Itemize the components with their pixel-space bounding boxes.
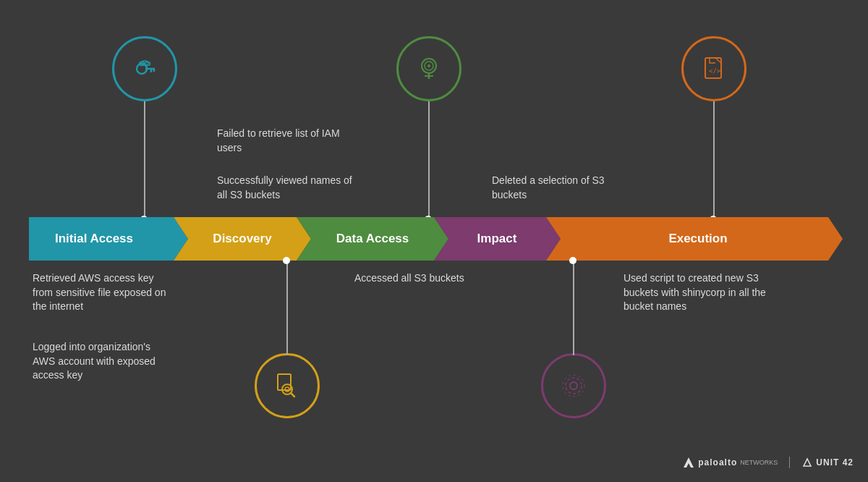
svg-line-27 [291,393,294,397]
dot-impact-bottom [569,257,576,264]
circle-discovery [255,353,320,418]
dot-discovery-bottom [283,257,290,264]
circle-execution: </> [681,36,746,101]
code-file-icon: </> [699,54,728,83]
annotation-data-access-below-1: Accessed all S3 buckets [354,271,470,286]
svg-text:Initial Access: Initial Access [55,232,133,245]
annotation-initial-access-below-2: Logged into organization's AWS account w… [33,340,170,383]
paloalto-logo: paloalto NETWORKS [682,456,778,469]
svg-point-29 [570,382,577,389]
svg-point-11 [427,64,430,67]
chevron-initial-access: Initial Access [29,217,188,263]
unit42-logo: UNIT 42 [789,457,854,468]
key-icon [130,54,159,83]
svg-point-30 [566,378,582,394]
annotation-discovery-above-2: Successfully viewed names of all S3 buck… [217,174,354,202]
search-document-icon [273,371,302,400]
chevron-data-access: Data Access [297,217,448,263]
chevron-execution: Execution [546,217,843,263]
annotation-execution-below-1: Used script to created new S3 buckets wi… [624,271,768,314]
svg-text:Discovery: Discovery [213,232,272,245]
chevron-discovery: Discovery [174,217,311,263]
annotation-discovery-above-1: Failed to retrieve list of IAM users [217,127,354,155]
annotation-impact-above-1: Deleted a selection of S3 buckets [492,174,626,202]
svg-text:Execution: Execution [668,232,727,245]
gear-settings-icon [559,371,588,400]
connector-initial-access-top [144,101,145,219]
connector-discovery-bottom [286,259,288,355]
svg-text:Impact: Impact [477,232,517,245]
svg-text:Data Access: Data Access [336,232,409,245]
logo-area: paloalto NETWORKS UNIT 42 [682,456,854,469]
diagram-container: </> Initial Access Discovery Data Access… [0,0,868,482]
circle-initial-access [112,36,177,101]
unit42-logo-icon [801,457,813,468]
connector-impact-bottom [573,259,574,355]
connector-data-access-top [428,101,430,219]
chevron-impact: Impact [434,217,561,263]
svg-text:</>: </> [709,67,721,75]
touch-icon [414,54,443,83]
circle-data-access [396,36,461,101]
paloalto-logo-icon [682,456,695,469]
annotation-initial-access-below-1: Retrieved AWS access key from sensitive … [33,271,170,314]
circle-impact [541,353,606,418]
connector-execution-top [713,101,715,219]
